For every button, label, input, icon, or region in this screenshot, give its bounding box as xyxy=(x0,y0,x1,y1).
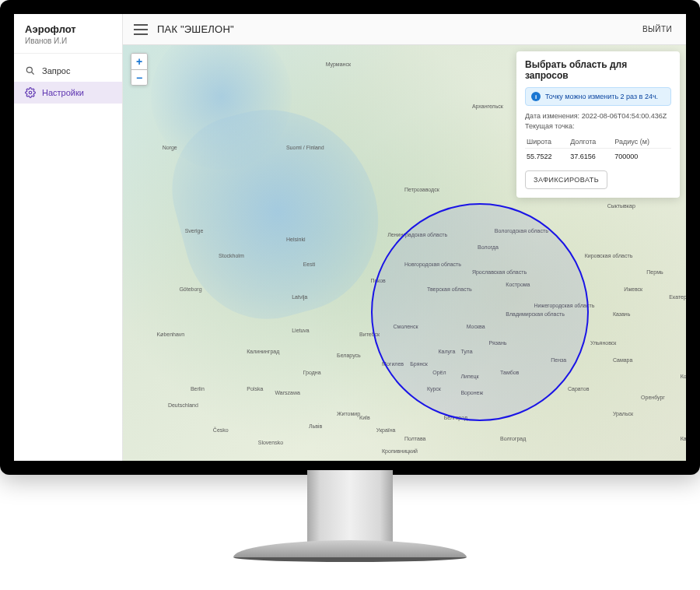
map-label: Сыктывкар xyxy=(607,203,635,209)
map-label: Владимирская область xyxy=(506,311,565,317)
map-label: Київ xyxy=(359,415,370,420)
map-label: Петрозаводск xyxy=(404,187,439,192)
coord-table: Широта Долгота Радиус (м) 55.7522 37.615… xyxy=(525,135,671,164)
map-label: Кропивницкий xyxy=(382,448,418,454)
map-label: Калининград xyxy=(247,349,279,354)
map-label: Гродна xyxy=(303,370,321,375)
main: ПАК "ЭШЕЛОН" ВЫЙТИ Suomi / FinlandSverig… xyxy=(123,14,686,461)
map-label: Тула xyxy=(460,349,472,354)
map-label: Саратов xyxy=(568,386,589,392)
sidebar-item-label: Настройки xyxy=(42,88,84,97)
selection-circle xyxy=(371,203,589,421)
map-label: Тамбов xyxy=(500,370,519,375)
svg-point-0 xyxy=(26,67,32,72)
map-label: Кировская область xyxy=(585,253,633,258)
map-label: Львів xyxy=(309,423,322,429)
zoom-out-button[interactable]: − xyxy=(131,69,147,85)
map-label: Житомир xyxy=(337,411,360,416)
map-label: Ленинградская область xyxy=(387,232,447,237)
sidebar-nav: Запрос Настройки xyxy=(14,54,122,110)
sidebar: Аэрофлот Иванов И.И Запрос Настро xyxy=(14,14,123,461)
zoom-in-button[interactable]: + xyxy=(131,54,147,69)
map-label: København xyxy=(156,332,184,337)
map-label: Warszawa xyxy=(275,390,299,395)
topbar: ПАК "ЭШЕЛОН" ВЫЙТИ xyxy=(123,14,686,45)
col-lat: Широта xyxy=(525,135,569,149)
logout-button[interactable]: ВЫЙТИ xyxy=(639,20,675,38)
map-label: Lietuva xyxy=(292,328,310,333)
sidebar-item-settings[interactable]: Настройки xyxy=(14,82,122,104)
map-label: Уральск xyxy=(613,411,633,416)
map-label: Воронеж xyxy=(460,390,483,395)
table-row: 55.7522 37.6156 700000 xyxy=(525,149,671,165)
map-label: Курск xyxy=(427,386,441,392)
map-label: Смоленск xyxy=(394,324,418,329)
map-label: Пенза xyxy=(551,357,566,363)
col-radius: Радиус (м) xyxy=(613,135,671,149)
panel-title: Выбрать область для запросов xyxy=(525,59,671,81)
fix-button[interactable]: ЗАФИКСИРОВАТЬ xyxy=(525,170,607,189)
map-label: Беларусь xyxy=(337,353,361,358)
map-label: Полтава xyxy=(404,436,425,441)
sidebar-item-request[interactable]: Запрос xyxy=(14,60,122,82)
map-label: Казақстан xyxy=(681,436,686,442)
map-label: Екатеринбург xyxy=(669,294,686,300)
menu-icon[interactable] xyxy=(134,24,148,35)
col-lon: Долгота xyxy=(569,135,613,149)
map-label: Ижевск xyxy=(624,286,642,292)
map-label: Оренбург xyxy=(641,395,665,400)
map-label: Архангельск xyxy=(472,104,503,109)
map-label: Костанай xyxy=(681,374,686,379)
map-label: Белгород xyxy=(444,415,467,420)
user-name: Иванов И.И xyxy=(25,37,111,45)
info-banner: i Точку можно изменить 2 раз в 24ч. xyxy=(525,87,671,106)
map-label: Москва xyxy=(467,324,485,329)
map-label: Орёл xyxy=(432,370,446,375)
map-label: Кострома xyxy=(506,282,530,287)
map-label: Polska xyxy=(247,386,263,392)
map-label: Вологда xyxy=(478,244,499,250)
map-label: Deutschland xyxy=(168,402,198,408)
map-label: Рязань xyxy=(489,340,507,346)
info-icon: i xyxy=(531,92,541,101)
map-label: Нижегородская область xyxy=(534,303,595,308)
map-label: Псков xyxy=(371,278,386,283)
val-lat: 55.7522 xyxy=(525,149,569,165)
map-label: Slovensko xyxy=(258,440,283,445)
zoom-control: + − xyxy=(131,53,148,86)
map-label: Калуга xyxy=(438,349,455,354)
val-radius: 700000 xyxy=(613,149,671,165)
map-area[interactable]: Suomi / FinlandSverigeNorgeEestiLatvijaL… xyxy=(123,45,686,461)
map-label: Україна xyxy=(376,427,396,433)
sidebar-item-label: Запрос xyxy=(42,66,70,76)
map-label: Вологодская область xyxy=(495,228,548,234)
map-label: Göteborg xyxy=(179,286,201,292)
sidebar-header: Аэрофлот Иванов И.И xyxy=(14,14,122,54)
map-label: Могилев xyxy=(382,361,404,367)
map-label: Česko xyxy=(213,427,229,433)
info-text: Точку можно изменить 2 раз в 24ч. xyxy=(545,93,658,100)
val-lon: 37.6156 xyxy=(569,149,613,165)
map-label: Волгоград xyxy=(500,436,526,441)
map-label: Тверская область xyxy=(427,286,472,292)
map-label: Казань xyxy=(613,311,631,317)
svg-point-1 xyxy=(29,91,32,94)
current-point-label: Текущая точка: xyxy=(525,122,671,130)
map-label: Брянск xyxy=(410,361,428,367)
date-line: Дата изменения: 2022-08-06T04:54:00.436Z xyxy=(525,112,671,120)
map-label: Витебск xyxy=(359,332,380,337)
app-title: ПАК "ЭШЕЛОН" xyxy=(157,23,234,35)
map-label: Berlin xyxy=(191,386,205,392)
map-label: Липецк xyxy=(460,374,478,379)
map-label: Ульяновск xyxy=(590,340,616,346)
org-title: Аэрофлот xyxy=(25,23,111,35)
query-panel: Выбрать область для запросов i Точку мож… xyxy=(516,51,680,198)
map-label: Самара xyxy=(613,357,633,363)
map-label: Новгородская область xyxy=(404,262,461,267)
map-label: Мурманск xyxy=(326,61,351,67)
request-icon xyxy=(25,65,36,76)
settings-icon xyxy=(25,87,36,98)
map-label: Ярославская область xyxy=(472,269,527,275)
map-label: Пермь xyxy=(646,269,663,275)
